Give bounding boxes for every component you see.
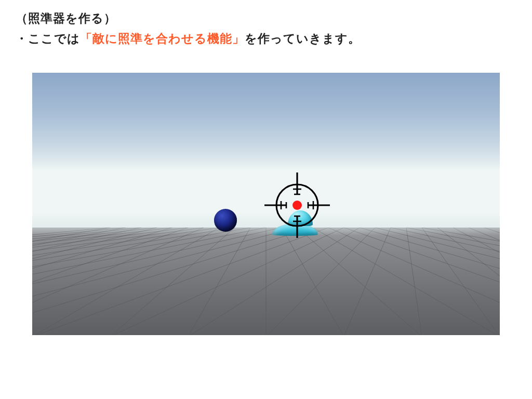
svg-line-11 [32, 228, 172, 335]
svg-line-22 [32, 228, 282, 335]
svg-line-24 [32, 228, 313, 335]
scene-sky [32, 73, 500, 230]
svg-line-4 [297, 228, 422, 335]
svg-line-14 [375, 228, 500, 335]
scene-ground-grid [32, 228, 500, 335]
svg-line-10 [344, 228, 500, 335]
svg-line-1 [188, 228, 250, 335]
section-description: ・ここでは「敵に照準を合わせる機能」を作っていきます。 [16, 31, 516, 47]
svg-line-6 [313, 228, 500, 335]
svg-line-23 [32, 228, 297, 335]
section-heading: （照準器を作る） [16, 10, 516, 26]
document-page: （照準器を作る） ・ここでは「敵に照準を合わせる機能」を作っていきます。 [0, 0, 532, 399]
svg-line-41 [32, 228, 172, 335]
desc-highlight: 「敵に照準を合わせる機能」 [80, 32, 245, 45]
bullet-mark: ・ [16, 32, 28, 45]
svg-line-26 [110, 228, 344, 335]
game-scene-screenshot [32, 73, 500, 335]
svg-line-39 [469, 228, 500, 335]
svg-line-18 [406, 228, 500, 335]
svg-line-13 [32, 228, 157, 335]
desc-suffix: を作っていきます。 [245, 32, 361, 45]
svg-line-29 [344, 228, 391, 335]
desc-prefix: ここでは [28, 32, 80, 45]
enemy-sphere [214, 209, 237, 232]
svg-line-12 [360, 228, 500, 335]
scene-horizon-fog [32, 212, 500, 235]
svg-line-42 [32, 228, 157, 335]
